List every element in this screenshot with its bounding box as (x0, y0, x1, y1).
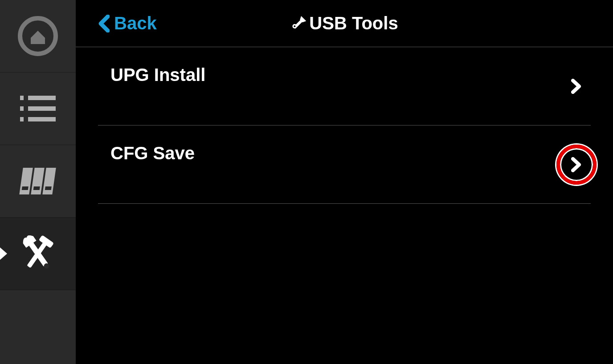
svg-rect-9 (42, 168, 56, 194)
chevron-right-icon (571, 79, 582, 94)
page-title-text: USB Tools (309, 13, 398, 33)
sidebar (0, 0, 76, 364)
list-row-label: UPG Install (110, 65, 205, 85)
home-icon (17, 16, 58, 57)
svg-rect-4 (28, 106, 56, 111)
sidebar-item-home[interactable] (0, 0, 76, 73)
tools-icon (18, 235, 58, 272)
header: Back USB Tools (76, 0, 613, 47)
list: UPG Install CFG Save (76, 47, 613, 364)
svg-rect-7 (19, 168, 33, 194)
list-row-label: CFG Save (110, 143, 195, 163)
list-icon (20, 94, 56, 123)
sidebar-item-tools[interactable] (0, 218, 76, 290)
svg-rect-2 (28, 96, 56, 100)
svg-rect-5 (20, 117, 24, 121)
svg-point-19 (294, 25, 295, 27)
svg-rect-3 (20, 106, 24, 111)
svg-rect-6 (28, 117, 56, 121)
usb-tools-icon (290, 16, 306, 32)
back-button[interactable]: Back (98, 13, 157, 33)
list-row-upg-install[interactable]: UPG Install (98, 47, 591, 125)
svg-rect-1 (20, 96, 24, 100)
svg-rect-8 (31, 168, 44, 194)
sidebar-item-servers[interactable] (0, 145, 76, 218)
svg-rect-11 (33, 186, 40, 190)
svg-rect-12 (45, 186, 52, 190)
highlight-annotation (556, 145, 597, 185)
list-row-cfg-save[interactable]: CFG Save (98, 125, 591, 204)
back-button-label: Back (114, 13, 157, 33)
page-title: USB Tools (290, 13, 398, 33)
sidebar-item-list[interactable] (0, 73, 76, 145)
main-panel: Back USB Tools UPG Inst (76, 0, 613, 364)
svg-rect-10 (22, 186, 29, 190)
servers-icon (19, 167, 57, 195)
chevron-right-icon (571, 157, 582, 172)
chevron-left-icon (98, 15, 110, 32)
